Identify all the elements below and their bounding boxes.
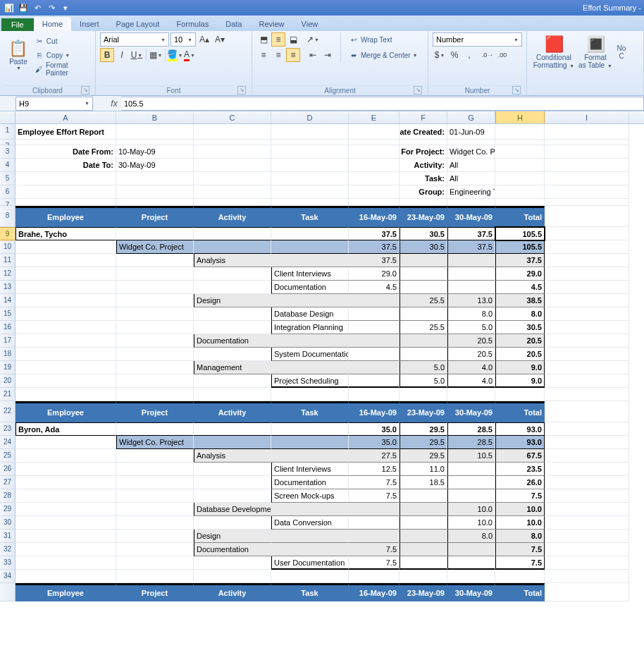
cut-button[interactable]: ✂Cut (32, 34, 91, 48)
decrease-font-button[interactable]: A▾ (213, 32, 227, 47)
merge-center-button[interactable]: ⬌Merge & Center▼ (347, 48, 419, 62)
row-18[interactable]: 18 (0, 348, 16, 361)
row-29[interactable]: 29 (0, 503, 16, 516)
row-17[interactable]: 17 (0, 334, 16, 348)
row-34[interactable]: 34 (0, 570, 16, 583)
italic-button[interactable]: I (115, 48, 129, 62)
accounting-format-button[interactable]: $▼ (433, 48, 447, 62)
row-16[interactable]: 16 (0, 321, 16, 334)
hdr-activity[interactable]: Activity (194, 206, 271, 227)
border-button[interactable]: ▦▼ (149, 48, 163, 62)
copy-button[interactable]: ⎘Copy▼ (32, 48, 91, 62)
col-B[interactable]: B (116, 111, 194, 123)
cell-F1[interactable]: Date Created: (400, 124, 447, 140)
row-28[interactable]: 28 (0, 489, 16, 503)
row-19[interactable]: 19 (0, 361, 16, 374)
tab-view[interactable]: View (293, 17, 327, 31)
cell-B4[interactable]: 30-May-09 (116, 159, 194, 172)
fill-color-button[interactable]: 🪣▼ (168, 48, 182, 62)
row-23[interactable]: 23 (0, 422, 16, 436)
font-dialog-launcher[interactable]: ↘ (237, 86, 246, 94)
cell-A3[interactable]: Date From: (16, 145, 116, 159)
col-D[interactable]: D (271, 111, 349, 123)
cell-G1[interactable]: 01-Jun-09 (447, 124, 495, 140)
cell-F3[interactable]: For Project: (400, 145, 447, 159)
row-15[interactable]: 15 (0, 307, 16, 321)
number-dialog-launcher[interactable]: ↘ (512, 86, 521, 94)
tab-file[interactable]: File (1, 18, 34, 31)
col-G[interactable]: G (447, 111, 495, 123)
hdr-d3[interactable]: 30-May-09 (447, 206, 495, 227)
row-14[interactable]: 14 (0, 294, 16, 307)
row-32[interactable]: 32 (0, 543, 16, 556)
hdr-d1[interactable]: 16-May-09 (349, 206, 400, 227)
cell-G5[interactable]: All (447, 172, 495, 185)
redo-button[interactable]: ↷ (45, 1, 58, 14)
hdr-project[interactable]: Project (116, 206, 194, 227)
save-button[interactable]: 💾 (17, 1, 30, 14)
name-box[interactable]: H9▼ (16, 97, 93, 111)
cell-F5[interactable]: Task: (400, 172, 447, 185)
cell-G3[interactable]: Widget Co. Project (447, 145, 495, 159)
percent-button[interactable]: % (447, 48, 462, 62)
align-middle-button[interactable]: ≡ (271, 32, 285, 47)
row-2[interactable]: 2 (0, 140, 16, 145)
col-E[interactable]: E (349, 111, 400, 123)
qat-customize[interactable]: ▾ (59, 1, 72, 14)
cell-H9-selected[interactable]: 105.5 (495, 227, 545, 240)
font-color-button[interactable]: A▼ (182, 48, 197, 62)
row-8[interactable]: 8 (0, 206, 16, 227)
alignment-dialog-launcher[interactable]: ↘ (414, 86, 422, 94)
row-30[interactable]: 30 (0, 516, 16, 530)
col-I[interactable]: I (545, 111, 629, 123)
tab-formulas[interactable]: Formulas (168, 17, 217, 31)
cell-A9[interactable]: Brahe, Tycho (16, 227, 116, 240)
cell-F6[interactable]: Group: (400, 185, 447, 199)
row-24[interactable]: 24 (0, 436, 16, 449)
row-9[interactable]: 9 (0, 227, 16, 240)
row-20[interactable]: 20 (0, 374, 16, 388)
row-5[interactable]: 5 (0, 172, 16, 185)
excel-icon[interactable]: 📊 (3, 1, 16, 14)
cell-A4[interactable]: Date To: (16, 159, 116, 172)
format-painter-button[interactable]: 🖌Format Painter (32, 62, 91, 76)
conditional-formatting-button[interactable]: 🟥 Conditional Formatting ▼ (531, 32, 576, 72)
font-name-combo[interactable]: Arial▼ (100, 32, 169, 47)
hdr-employee[interactable]: Employee (16, 206, 116, 227)
row-21[interactable]: 21 (0, 388, 16, 401)
clipboard-dialog-launcher[interactable]: ↘ (81, 86, 89, 94)
align-bottom-button[interactable]: ⬓ (286, 32, 300, 47)
cell-F4[interactable]: Activity: (400, 159, 447, 172)
cell-A1[interactable]: Employee Effort Report (16, 124, 116, 140)
align-center-button[interactable]: ≡ (271, 48, 285, 62)
increase-indent-button[interactable]: ⇥ (321, 48, 335, 62)
col-H[interactable]: H (495, 111, 545, 123)
cell-G6[interactable]: Engineering Team (447, 185, 495, 199)
orientation-button[interactable]: ↗▼ (306, 32, 320, 47)
row-6[interactable]: 6 (0, 185, 16, 199)
row-27[interactable]: 27 (0, 476, 16, 489)
row-35[interactable] (0, 583, 16, 601)
increase-decimal-button[interactable]: .0→ (481, 48, 495, 62)
undo-button[interactable]: ↶ (31, 1, 44, 14)
fx-icon[interactable]: fx (107, 99, 121, 109)
row-4[interactable]: 4 (0, 159, 16, 172)
decrease-decimal-button[interactable]: .00 (495, 48, 509, 62)
row-10[interactable]: 10 (0, 240, 16, 254)
align-left-button[interactable]: ≡ (256, 48, 271, 62)
row-3[interactable]: 3 (0, 145, 16, 159)
wrap-text-button[interactable]: ↩Wrap Text (347, 32, 419, 47)
format-as-table-button[interactable]: 🔳 Format as Table ▼ (576, 32, 614, 72)
col-C[interactable]: C (194, 111, 271, 123)
underline-button[interactable]: U▼ (130, 48, 144, 62)
row-25[interactable]: 25 (0, 449, 16, 463)
row-33[interactable]: 33 (0, 556, 16, 570)
bold-button[interactable]: B (100, 48, 114, 62)
cell-G4[interactable]: All (447, 159, 495, 172)
decrease-indent-button[interactable]: ⇤ (306, 48, 320, 62)
comma-button[interactable]: , (462, 48, 476, 62)
increase-font-button[interactable]: A▴ (197, 32, 211, 47)
tab-page-layout[interactable]: Page Layout (108, 17, 168, 31)
tab-review[interactable]: Review (250, 17, 292, 31)
paste-button[interactable]: 📋 Paste ▼ (4, 32, 32, 78)
